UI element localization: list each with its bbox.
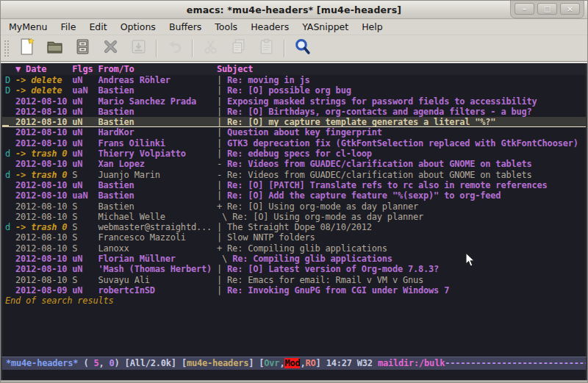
mouse-pointer [465,252,476,271]
message-row[interactable]: 2012-08-10 uN Bastien | Re: [O] Birthday… [2,107,586,117]
modeline-segment-dashes: -------------------------------- [445,358,587,368]
menubar: MyMenuFileEditOptionsBuffersToolsHeaders… [1,19,587,35]
mode-line[interactable]: *mu4e-headers* ( 5, 0) [All/2.0k] [mu4e-… [1,357,587,370]
message-row[interactable]: 2012-08-10 uN Frans Oilinki | GTK3 depre… [2,138,586,148]
toolbar-separator [192,40,193,57]
undo-button[interactable] [160,37,188,60]
menu-item-file[interactable]: File [54,20,83,34]
modeline-segment-maildir: maildir:/bulk [378,358,445,368]
mu4e-headers-buffer: ▼ Date Flgs From/To Subject D -> delete … [1,63,587,357]
modeline-segment-mode-name: mu4e-headers [187,358,248,368]
modeline-segment-plain: , [300,358,305,368]
message-row[interactable]: 2012-08-10 uN Mario Sanchez Prada | Expo… [2,96,586,107]
toolbar-grip[interactable] [3,39,10,58]
modeline-segment-mod: Mod [284,358,300,368]
open-folder-icon [46,37,64,59]
message-list: D -> delete uN Andreas Röhler | Re: movi… [2,75,586,357]
modeline-segment-plain: ] 14:27 W32 [316,358,378,368]
open-file-button[interactable] [40,37,68,60]
close-button[interactable]: ✕ [560,3,580,15]
end-of-results-text: End of search results [2,296,586,306]
message-row[interactable]: D -> delete uN Andreas Röhler | Re: movi… [2,75,586,85]
window-title: emacs: *mu4e-headers* [mu4e-headers] [187,4,401,15]
message-row[interactable]: D -> delete uaN Bastien | Re: [O] possib… [2,85,586,96]
modeline-segment-buffer-name: *mu4e-headers* [6,358,78,368]
new-file-button[interactable] [12,37,40,60]
paste-button[interactable] [252,37,280,60]
dired-button[interactable] [68,37,96,60]
header-line[interactable]: ▼ Date Flgs From/To Subject [2,63,586,75]
emacs-window: emacs: *mu4e-headers* [mu4e-headers] – □… [0,0,588,383]
menu-item-edit[interactable]: Edit [82,20,113,34]
titlebar[interactable]: emacs: *mu4e-headers* [mu4e-headers] – □… [1,1,587,19]
message-row[interactable]: d -> trash 0 uN Thierry Volpiatto | Re: … [2,148,586,159]
clipboard-icon [257,37,276,59]
maximize-button[interactable]: □ [537,3,557,15]
window-controls: – □ ✕ [510,1,584,18]
file-cabinet-icon [74,37,92,59]
modeline-segment-plain: , [98,358,109,368]
copy-icon [229,37,248,59]
message-row[interactable]: 2012-08-10 S Suvayu Ali | Re: Emacs for … [2,275,586,285]
message-row[interactable]: 2012-08-10 S Francesco Mazzoli | Slow NN… [2,232,586,243]
echo-area[interactable] [1,370,587,380]
message-row[interactable]: d -> trash 0 S webmaster@straightd... | … [2,222,586,232]
copy-button[interactable] [224,37,252,60]
search-icon [293,37,312,59]
menu-item-help[interactable]: Help [355,20,390,34]
minimize-button[interactable]: – [514,3,534,15]
message-row[interactable]: 2012-08-10 uaN Bastien | Re: [O] Add the… [2,190,586,201]
message-row[interactable]: d -> trash 0 S Juanjo Marin - Re: Videos… [2,170,586,180]
search-button[interactable] [288,37,316,60]
message-row[interactable]: 2012-08-10 S Michael Welle \ Re: [O] Usi… [2,212,586,222]
modeline-segment-plain: ( [78,358,93,368]
message-row[interactable]: 2012-08-10 uN Florian Müllner \ Re: Comp… [2,254,586,264]
modeline-segment-plain: ] [ [248,358,264,368]
menu-item-tools[interactable]: Tools [208,20,244,34]
modeline-segment-plain: ) [All/2.0k] [ [115,358,187,368]
message-row[interactable]: 2012-08-10 S Lanoxx + Re: Compiling glib… [2,243,586,254]
toolbar-separator [156,40,157,57]
modeline-segment-ro: RO [306,358,316,368]
message-row[interactable]: 2012-08-10 uN HardKor | Question about k… [2,127,586,137]
message-row[interactable]: 2012-08-09 uN robertcInSD | Re: Invoking… [2,285,586,296]
message-row[interactable]: 2012-08-10 uN 'Mash (Thomas Herbert) | R… [2,264,586,274]
new-file-icon [18,37,36,59]
cut-button[interactable] [196,37,224,60]
menu-item-options[interactable]: Options [114,20,162,34]
modeline-segment-ovr: Ovr [264,358,279,368]
message-row[interactable]: 2012-08-10 uN Bastien | Re: [O] my captu… [2,117,586,127]
menu-item-mymenu[interactable]: MyMenu [2,20,54,34]
toolbar-separator [284,40,284,57]
save-buffer-button[interactable] [124,37,152,60]
message-row[interactable]: 2012-08-10 S Bastien + Re: [O] Using org… [2,201,586,212]
toolbar [1,35,587,62]
message-row[interactable]: 2012-08-10 uN Xan Lopez - Re: Videos fro… [2,159,586,169]
menu-item-yasnippet[interactable]: YASnippet [295,20,355,34]
kill-buffer-button[interactable] [96,37,124,60]
scissors-icon [201,37,220,59]
menu-item-buffers[interactable]: Buffers [162,20,208,34]
close-x-icon [101,37,120,59]
message-row[interactable]: 2012-08-10 uN Bastien | Re: [O] [PATCH] … [2,180,586,190]
undo-icon [165,37,184,59]
menu-item-headers[interactable]: Headers [244,20,295,34]
modeline-segment-col-num: 0 [110,358,115,368]
window-bottom-border [1,380,587,382]
save-icon [129,37,148,59]
